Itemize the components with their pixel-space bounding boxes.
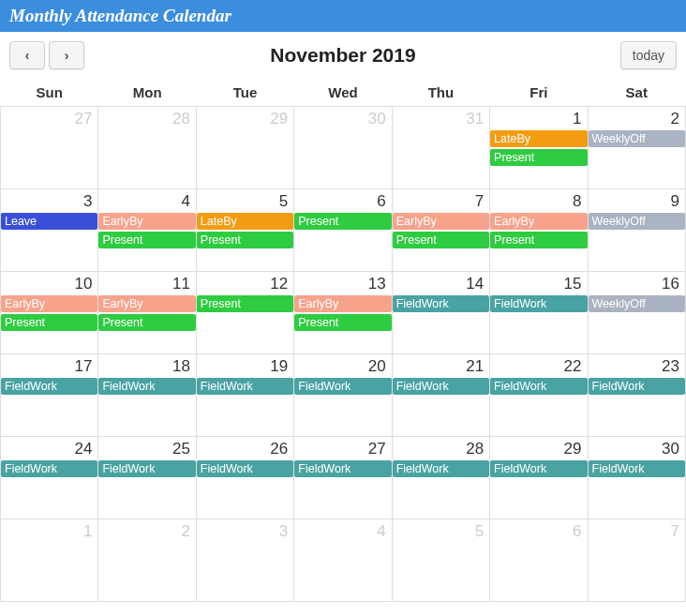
chevron-left-icon: ‹ [25,48,30,63]
calendar-day-cell[interactable]: 20FieldWork [294,354,392,437]
event-badge[interactable]: EarlyBy [490,213,587,230]
event-badge[interactable]: EarlyBy [1,295,97,312]
calendar-day-cell[interactable]: 2 [98,519,196,602]
calendar-day-cell[interactable]: 31 [392,107,489,189]
event-badge[interactable]: EarlyBy [393,213,489,230]
calendar-day-cell[interactable]: 11EarlyByPresent [98,272,196,354]
event-badge[interactable]: FieldWork [197,378,293,395]
calendar-day-cell[interactable]: 14FieldWork [392,272,489,354]
calendar-day-cell[interactable]: 24FieldWork [1,437,98,519]
calendar-day-cell[interactable]: 10EarlyByPresent [1,272,98,354]
day-events: FieldWork [197,460,293,477]
calendar-day-cell[interactable]: 15FieldWork [490,272,588,354]
event-badge[interactable]: LateBy [490,130,587,147]
event-badge[interactable]: WeeklyOff [589,295,685,312]
event-badge[interactable]: LateBy [197,213,293,230]
event-badge[interactable]: Present [98,232,195,248]
event-badge[interactable]: Present [197,295,293,312]
event-badge[interactable]: FieldWork [98,378,195,395]
next-month-button[interactable]: › [49,41,84,69]
calendar-day-cell[interactable]: 16WeeklyOff [588,272,685,354]
prev-month-button[interactable]: ‹ [9,41,45,69]
event-badge[interactable]: FieldWork [490,460,587,477]
calendar-day-cell[interactable]: 6Present [294,189,392,272]
calendar-day-cell[interactable]: 2WeeklyOff [588,107,685,189]
calendar-day-cell[interactable]: 3Leave [1,189,98,272]
event-badge[interactable]: FieldWork [294,378,391,395]
day-number: 22 [490,354,587,378]
calendar-day-cell[interactable]: 6 [490,519,588,602]
event-badge[interactable]: FieldWork [294,460,391,477]
calendar-day-cell[interactable]: 27FieldWork [294,437,392,519]
calendar-day-cell[interactable]: 8EarlyByPresent [490,189,588,272]
calendar-day-cell[interactable]: 29FieldWork [490,437,588,519]
calendar-day-cell[interactable]: 27 [1,107,98,189]
calendar-day-cell[interactable]: 7 [588,519,685,602]
event-badge[interactable]: WeeklyOff [589,213,685,230]
calendar-day-cell[interactable]: 28FieldWork [392,437,489,519]
calendar-day-cell[interactable]: 21FieldWork [392,354,489,437]
calendar-day-cell[interactable]: 4EarlyByPresent [98,189,196,272]
day-events: WeeklyOff [589,213,685,230]
calendar-day-cell[interactable]: 1LateByPresent [490,107,588,189]
event-badge[interactable]: FieldWork [197,460,293,477]
event-badge[interactable]: Present [490,149,587,166]
day-number: 30 [294,107,391,130]
calendar-day-cell[interactable]: 9WeeklyOff [588,189,685,272]
today-button[interactable]: today [620,41,677,69]
event-badge[interactable]: FieldWork [393,378,489,395]
calendar-day-cell[interactable]: 1 [1,519,98,602]
day-events: FieldWork [98,378,195,395]
calendar-day-cell[interactable]: 30FieldWork [588,437,685,519]
event-badge[interactable]: Present [197,232,293,248]
day-events: FieldWork [490,460,587,477]
event-badge[interactable]: FieldWork [1,378,97,395]
calendar-day-cell[interactable]: 19FieldWork [196,354,293,437]
event-badge[interactable]: FieldWork [589,378,685,395]
day-events: EarlyByPresent [294,295,391,331]
calendar-day-cell[interactable]: 7EarlyByPresent [392,189,489,272]
calendar-day-cell[interactable]: 18FieldWork [98,354,196,437]
event-badge[interactable]: FieldWork [589,460,685,477]
calendar-day-cell[interactable]: 23FieldWork [588,354,685,437]
event-badge[interactable]: WeeklyOff [589,130,685,147]
calendar-day-cell[interactable]: 28 [98,107,196,189]
event-badge[interactable]: FieldWork [98,460,195,477]
event-badge[interactable]: EarlyBy [294,295,391,312]
calendar-week-row: 1234567 [1,519,686,602]
event-badge[interactable]: EarlyBy [98,295,195,312]
calendar-day-cell[interactable]: 4 [294,519,392,602]
event-badge[interactable]: EarlyBy [98,213,195,230]
day-number: 7 [589,519,685,543]
event-badge[interactable]: Present [393,232,489,248]
event-badge[interactable]: Present [490,232,587,248]
calendar-day-cell[interactable]: 13EarlyByPresent [294,272,392,354]
event-badge[interactable]: FieldWork [393,295,489,312]
event-badge[interactable]: Present [1,314,97,331]
calendar-day-cell[interactable]: 3 [196,519,293,602]
event-badge[interactable]: FieldWork [490,378,587,395]
calendar-day-cell[interactable]: 5LateByPresent [196,189,293,272]
event-badge[interactable]: Present [294,213,391,230]
event-badge[interactable]: Present [98,314,195,331]
calendar-day-cell[interactable]: 26FieldWork [196,437,293,519]
day-number: 30 [589,437,685,460]
day-events: FieldWork [1,460,97,477]
day-number: 1 [490,107,587,130]
event-badge[interactable]: Leave [1,213,97,230]
calendar-day-cell[interactable]: 5 [392,519,489,602]
event-badge[interactable]: FieldWork [490,295,587,312]
event-badge[interactable]: FieldWork [393,460,489,477]
calendar-day-cell[interactable]: 30 [294,107,392,189]
day-number: 4 [294,519,391,543]
event-badge[interactable]: FieldWork [1,460,97,477]
calendar-day-cell[interactable]: 22FieldWork [490,354,588,437]
day-number: 19 [197,354,293,378]
calendar-day-cell[interactable]: 17FieldWork [1,354,98,437]
calendar-day-cell[interactable]: 25FieldWork [98,437,196,519]
day-number: 2 [589,107,685,130]
calendar-day-cell[interactable]: 12Present [196,272,293,354]
calendar-day-cell[interactable]: 29 [196,107,293,189]
day-number: 11 [98,272,195,295]
event-badge[interactable]: Present [294,314,391,331]
